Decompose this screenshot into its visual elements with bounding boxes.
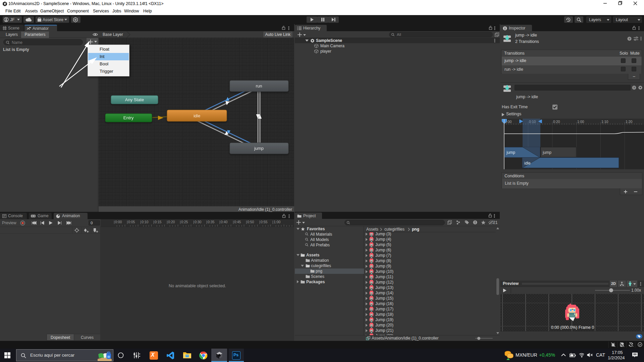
svg-text:0:25: 0:25	[181, 220, 188, 224]
svg-text:0:15: 0:15	[155, 220, 162, 224]
svg-text:idle: idle	[524, 161, 531, 166]
svg-text:1:00: 1:00	[577, 120, 584, 124]
svg-text:0:20: 0:20	[168, 220, 175, 224]
svg-text:0:05: 0:05	[128, 220, 135, 224]
svg-text:?: ?	[633, 86, 635, 89]
svg-text:0:10: 0:10	[142, 220, 149, 224]
svg-text:0:40: 0:40	[221, 220, 228, 224]
svg-text:jump: jump	[542, 150, 551, 155]
svg-text:0:30: 0:30	[195, 220, 202, 224]
svg-text:jump: jump	[254, 146, 264, 151]
svg-text:0:20: 0:20	[553, 120, 560, 124]
svg-text:?: ?	[629, 37, 631, 41]
svg-text:0:00: 0:00	[115, 220, 122, 224]
svg-text:0:50: 0:50	[247, 220, 254, 224]
svg-text:idle: idle	[194, 113, 200, 118]
svg-text:1:10: 1:10	[601, 120, 608, 124]
svg-text:run: run	[256, 83, 262, 88]
svg-text:0:35: 0:35	[208, 220, 215, 224]
svg-text:0:55: 0:55	[261, 220, 268, 224]
svg-text:1:00: 1:00	[274, 220, 281, 224]
svg-text:0:00 (000.0%) Frame 0: 0:00 (000.0%) Frame 0	[551, 325, 594, 330]
svg-text:0:45: 0:45	[234, 220, 241, 224]
svg-text:jump: jump	[506, 150, 515, 155]
svg-text:1:20: 1:20	[626, 120, 633, 124]
